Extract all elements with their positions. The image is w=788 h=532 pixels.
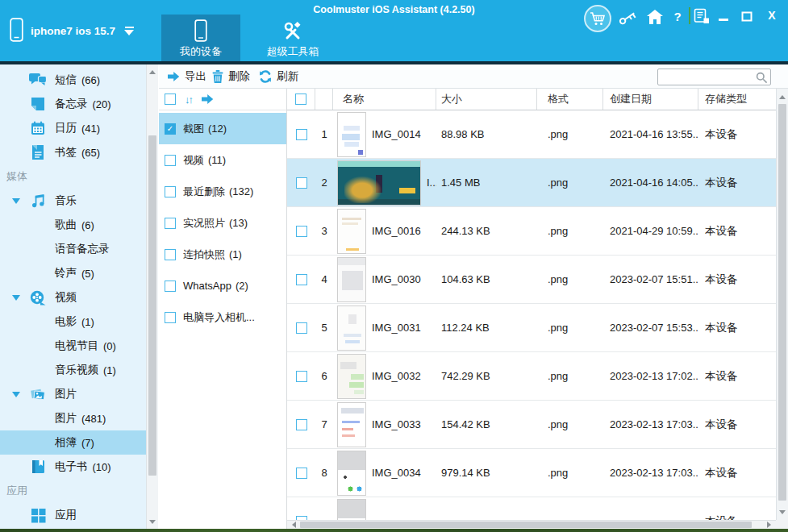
- column-created-date[interactable]: 创建日期: [603, 89, 698, 110]
- shopping-cart-icon[interactable]: [584, 5, 611, 32]
- sidebar-item-calendar[interactable]: 日历 (41): [0, 116, 146, 140]
- table-row[interactable]: 5 IMG_0031 112.24 KB .png 2023-02-07 15:…: [287, 304, 776, 352]
- albums-select-all-checkbox[interactable]: [165, 94, 176, 105]
- feedback-log-icon[interactable]: [694, 8, 710, 24]
- scroll-right-arrow-icon[interactable]: [764, 521, 774, 529]
- album-checkbox[interactable]: [165, 123, 176, 135]
- column-index[interactable]: [315, 89, 333, 110]
- album-item-whatsapp[interactable]: WhatsApp (2): [159, 270, 286, 301]
- album-checkbox[interactable]: [165, 281, 176, 292]
- sidebar-item-music[interactable]: 音乐: [0, 189, 146, 213]
- sidebar-item-tv-shows[interactable]: 电视节目 (0): [0, 334, 146, 358]
- album-item-bursts[interactable]: 连拍快照 (1): [159, 239, 286, 270]
- row-checkbox[interactable]: [296, 322, 307, 334]
- table-row[interactable]: 7 IMG_0033 154.42 KB .png 2023-02-13 17:…: [287, 401, 776, 449]
- file-thumbnail[interactable]: [337, 499, 366, 521]
- select-all-checkbox[interactable]: [295, 94, 306, 105]
- file-thumbnail[interactable]: [337, 354, 366, 399]
- album-item-recently-deleted[interactable]: 最近删除 (132): [159, 176, 286, 207]
- sidebar-item-music-videos[interactable]: 音乐视频 (1): [0, 358, 146, 382]
- apply-arrow-icon[interactable]: [201, 94, 214, 105]
- file-thumbnail[interactable]: [337, 112, 366, 157]
- collapse-arrow-icon[interactable]: [12, 295, 20, 301]
- file-thumbnail[interactable]: [337, 257, 366, 302]
- scrollbar-thumb[interactable]: [148, 135, 156, 476]
- table-row[interactable]: 3 IMG_0016 244.13 KB .png 2021-04-29 10:…: [287, 207, 776, 256]
- row-checkbox[interactable]: [296, 371, 307, 382]
- export-button[interactable]: 导出: [167, 64, 206, 89]
- scroll-down-arrow-icon[interactable]: [777, 506, 788, 517]
- album-checkbox[interactable]: [165, 312, 176, 323]
- sidebar-item-apps[interactable]: 应用: [0, 503, 146, 527]
- sidebar-item-pictures[interactable]: 图片 (481): [0, 406, 146, 430]
- device-selector[interactable]: iphone7 ios 15.7: [10, 18, 134, 44]
- row-checkbox[interactable]: [296, 129, 307, 140]
- sidebar-item-voice-memos[interactable]: 语音备忘录: [0, 237, 146, 261]
- tab-toolbox[interactable]: 超级工具箱: [242, 15, 344, 61]
- table-row[interactable]: 本设备: [287, 497, 776, 520]
- help-icon[interactable]: ?: [671, 7, 684, 25]
- collapse-arrow-icon[interactable]: [12, 392, 20, 397]
- sidebar: 短信 (66) 备忘录 (20) 日历 (41): [0, 64, 158, 529]
- album-checkbox[interactable]: [165, 249, 176, 260]
- sidebar-item-notes[interactable]: 备忘录 (20): [0, 92, 146, 116]
- sidebar-item-messages[interactable]: 短信 (66): [0, 68, 146, 92]
- row-checkbox[interactable]: [296, 274, 307, 285]
- scrollbar-thumb[interactable]: [778, 104, 786, 501]
- minimize-button[interactable]: [716, 8, 731, 24]
- table-row[interactable]: 6 IMG_0032 742.29 KB .png 2023-02-13 17:…: [287, 352, 776, 401]
- refresh-button[interactable]: 刷新: [259, 64, 298, 89]
- column-size[interactable]: 大小: [436, 89, 537, 110]
- collapse-arrow-icon[interactable]: [12, 198, 20, 204]
- file-thumbnail[interactable]: [337, 209, 366, 254]
- sidebar-item-bookmarks[interactable]: 书签 (65): [0, 140, 146, 164]
- sidebar-item-movies[interactable]: 电影 (1): [0, 310, 146, 334]
- sidebar-item-songs[interactable]: 歌曲 (6): [0, 213, 146, 237]
- table-scrollbar-horizontal[interactable]: [287, 520, 776, 529]
- column-storage-type[interactable]: 存储类型: [698, 89, 776, 110]
- sidebar-item-ebooks[interactable]: 电子书 (10): [0, 455, 146, 479]
- album-checkbox[interactable]: [165, 186, 176, 197]
- table-row[interactable]: 2 I... 1.45 MB .png 2021-04-16 14:05... …: [287, 159, 776, 207]
- file-thumbnail[interactable]: [337, 402, 366, 447]
- delete-button[interactable]: 删除: [212, 64, 250, 89]
- table-scrollbar-vertical[interactable]: [776, 89, 788, 520]
- tab-my-device[interactable]: 我的设备: [161, 15, 240, 61]
- scroll-up-arrow-icon[interactable]: [147, 66, 158, 77]
- sort-icon[interactable]: ↓↑: [185, 94, 192, 106]
- scroll-up-arrow-icon[interactable]: [777, 91, 788, 102]
- row-checkbox[interactable]: [296, 226, 307, 237]
- row-checkbox[interactable]: [296, 177, 307, 189]
- sidebar-item-videos[interactable]: 视频: [0, 285, 146, 310]
- register-key-icon[interactable]: [615, 6, 640, 30]
- close-button[interactable]: X: [765, 6, 779, 24]
- search-icon[interactable]: [756, 72, 768, 86]
- maximize-button[interactable]: [740, 8, 754, 24]
- album-item-videos[interactable]: 视频 (11): [159, 144, 286, 176]
- sidebar-scrollbar[interactable]: [146, 64, 158, 529]
- sidebar-item-albums[interactable]: 相簿 (7): [0, 430, 146, 455]
- table-row[interactable]: 8 IMG_0034 979.14 KB .png 2023-02-13 17:…: [287, 449, 776, 497]
- row-checkbox[interactable]: [296, 419, 307, 430]
- file-date: 2021-04-29 10:59...: [603, 207, 698, 255]
- file-thumbnail[interactable]: [337, 160, 421, 206]
- album-item-live-photos[interactable]: 实况照片 (13): [159, 207, 286, 239]
- scrollbar-thumb[interactable]: [300, 522, 752, 528]
- scroll-down-arrow-icon[interactable]: [147, 516, 158, 527]
- column-format[interactable]: 格式: [537, 89, 603, 110]
- file-thumbnail[interactable]: [337, 451, 366, 496]
- sidebar-item-ringtones[interactable]: 铃声 (5): [0, 261, 146, 285]
- sidebar-item-photos[interactable]: 图片: [0, 382, 146, 406]
- table-row[interactable]: 1 IMG_0014 88.98 KB .png 2021-04-16 13:5…: [287, 110, 776, 159]
- album-checkbox[interactable]: [165, 218, 176, 229]
- scroll-left-arrow-icon[interactable]: [289, 521, 299, 529]
- album-checkbox[interactable]: [165, 155, 176, 166]
- album-item-imported-from-pc[interactable]: 电脑导入相机...: [159, 301, 286, 333]
- row-checkbox[interactable]: [296, 468, 307, 479]
- table-row[interactable]: 4 IMG_0030 104.63 KB .png 2023-02-07 15:…: [287, 256, 776, 304]
- home-icon[interactable]: [647, 10, 663, 24]
- search-input[interactable]: [661, 70, 754, 84]
- album-item-screenshots[interactable]: 截图 (12): [159, 113, 286, 144]
- column-name[interactable]: 名称: [333, 89, 436, 110]
- file-thumbnail[interactable]: [337, 305, 366, 351]
